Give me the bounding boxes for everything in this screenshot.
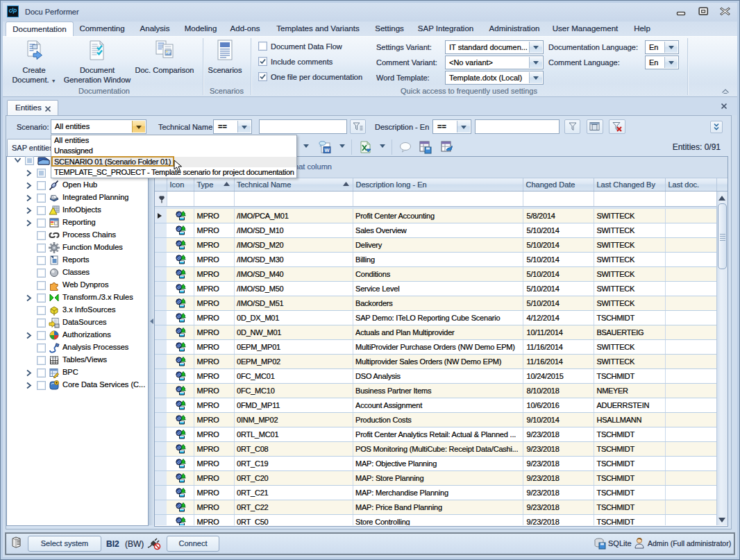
svg-text:W: W [324, 147, 330, 153]
